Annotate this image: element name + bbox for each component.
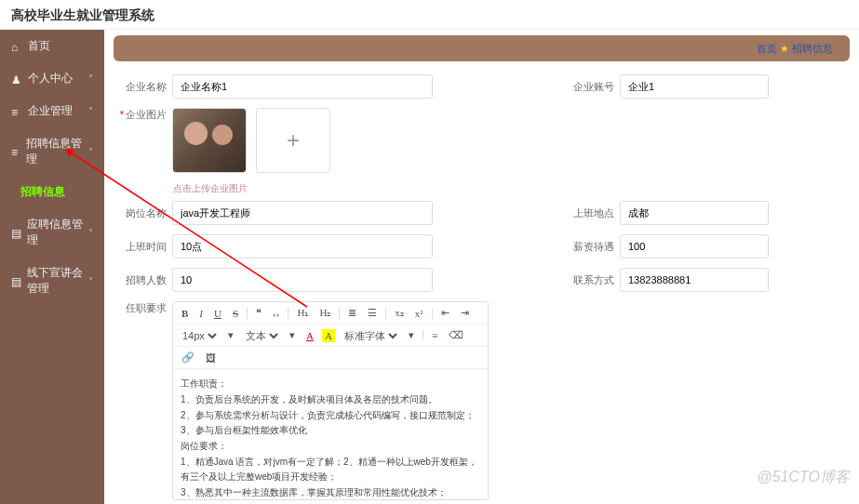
sidebar-item-personal[interactable]: ♟ 个人中心 ˅	[0, 62, 104, 95]
separator	[385, 308, 386, 319]
bold-button[interactable]: B	[179, 307, 191, 320]
chevron-down-icon: ˅	[88, 228, 93, 238]
ol-button[interactable]: ≣	[345, 306, 359, 320]
outdent-button[interactable]: ⇤	[438, 306, 452, 320]
breadcrumb-home[interactable]: 首页	[757, 42, 777, 56]
sidebar-item-label: 企业管理	[28, 103, 73, 119]
salary-label: 薪资待遇	[563, 240, 614, 254]
strike-button[interactable]: S	[230, 307, 241, 320]
sidebar-item-label: 首页	[28, 38, 50, 54]
user-icon: ♟	[11, 73, 22, 85]
clear-button[interactable]: ⌫	[446, 328, 466, 342]
company-name-input[interactable]	[172, 74, 433, 99]
font-color-button[interactable]: A	[303, 329, 316, 342]
h2-button[interactable]: H₂	[316, 306, 333, 320]
image-button[interactable]: 🖼	[203, 351, 219, 365]
add-image-button[interactable]: +	[256, 108, 330, 173]
company-image-label: *企业图片	[115, 108, 167, 122]
code-button[interactable]: ‹›	[270, 307, 282, 320]
sup-button[interactable]: x²	[412, 307, 426, 320]
editor-line: 岗位要求：	[181, 439, 480, 454]
sidebar-item-seminar-mgmt[interactable]: ▤ 线下宣讲会管理 ˅	[0, 257, 104, 305]
chevron-down-icon: ˅	[88, 147, 93, 157]
app-title: 高校毕业生就业管理系统	[11, 7, 154, 22]
editor-toolbar-2: 14px ▾ 文本 ▾ A A 标准字体 ▾ ≡ ⌫	[173, 325, 488, 347]
editor-line: 1、负责后台系统的开发，及时解决项目体及各层的技术问题。	[181, 392, 480, 407]
separator	[288, 308, 289, 319]
company-image-thumb[interactable]	[172, 108, 247, 173]
editor-body[interactable]: 工作职责： 1、负责后台系统的开发，及时解决项目体及各层的技术问题。 2、参与系…	[173, 369, 488, 499]
breadcrumb-current: 招聘信息	[792, 42, 833, 56]
separator	[432, 308, 433, 319]
std-font-select[interactable]: 标准字体	[341, 329, 400, 342]
work-location-label: 上班地点	[563, 206, 614, 220]
image-hint: 点击上传企业图片	[173, 182, 848, 195]
work-location-input[interactable]	[620, 201, 769, 225]
editor-line: 2、参与系统需求分析与设计，负责完成核心代码编写，接口规范制定；3、参与后台框架…	[181, 408, 480, 438]
contact-label: 联系方式	[563, 273, 614, 287]
list-icon: ≡	[11, 146, 20, 157]
editor-line: 工作职责：	[181, 377, 480, 391]
bg-color-button[interactable]: A	[322, 329, 335, 342]
home-icon: ⌂	[11, 41, 22, 52]
chevron-down-icon: ˅	[88, 106, 93, 116]
editor-toolbar-3: 🔗 🖼	[173, 347, 488, 369]
content-area: 首页 ★ 招聘信息 企业名称 企业账号 *企业图片 + 点击上传企业图片	[104, 30, 859, 504]
dropdown-icon[interactable]: ▾	[225, 328, 236, 342]
list-icon: ▤	[11, 275, 21, 286]
position-name-label: 岗位名称	[115, 206, 167, 220]
quote-button[interactable]: ❝	[253, 306, 264, 320]
sidebar-item-label: 应聘信息管理	[27, 217, 83, 248]
rich-editor: B I U S ❝ ‹› H₁ H₂ ≣ ☰ x₂ x²	[172, 301, 489, 500]
separator	[423, 330, 423, 341]
sidebar: ⌂ 首页 ♟ 个人中心 ˅ ≡ 企业管理 ˅ ≡ 招聘信息管理 ˅ 招聘信息 ▤…	[0, 30, 104, 504]
align-button[interactable]: ≡	[429, 329, 440, 342]
separator	[339, 308, 340, 319]
editor-toolbar: B I U S ❝ ‹› H₁ H₂ ≣ ☰ x₂ x²	[173, 302, 488, 325]
dropdown-icon[interactable]: ▾	[406, 328, 417, 342]
font-family-select[interactable]: 文本	[242, 329, 281, 342]
italic-button[interactable]: I	[196, 307, 206, 320]
form: 企业名称 企业账号 *企业图片 + 点击上传企业图片 岗位名称	[104, 67, 859, 500]
sidebar-item-label: 招聘信息	[20, 184, 65, 200]
link-button[interactable]: 🔗	[179, 351, 197, 365]
contact-input[interactable]	[620, 268, 769, 292]
company-account-input[interactable]	[620, 74, 769, 99]
sidebar-item-label: 个人中心	[28, 71, 73, 86]
sidebar-item-recruit-mgmt[interactable]: ≡ 招聘信息管理 ˅	[0, 127, 104, 176]
company-name-label: 企业名称	[115, 80, 167, 94]
work-time-label: 上班时间	[115, 240, 167, 254]
sidebar-item-apply-mgmt[interactable]: ▤ 应聘信息管理 ˅	[0, 208, 104, 257]
indent-button[interactable]: ⇥	[458, 306, 472, 320]
recruit-count-input[interactable]	[172, 268, 433, 292]
sidebar-item-recruit-info[interactable]: 招聘信息	[0, 176, 104, 208]
app-header: 高校毕业生就业管理系统	[0, 0, 859, 30]
chevron-down-icon: ˅	[88, 73, 93, 84]
recruit-count-label: 招聘人数	[115, 273, 167, 287]
separator	[247, 308, 248, 319]
company-account-label: 企业账号	[563, 80, 614, 94]
dropdown-icon[interactable]: ▾	[287, 328, 298, 342]
h1-button[interactable]: H₁	[294, 306, 311, 320]
sidebar-item-label: 招聘信息管理	[26, 136, 83, 167]
editor-line: 3、熟悉其中一种主流数据库，掌握其原理和常用性能优化技术；	[181, 485, 480, 499]
sidebar-item-label: 线下宣讲会管理	[27, 265, 83, 297]
work-time-input[interactable]	[172, 234, 433, 259]
salary-input[interactable]	[620, 234, 769, 259]
chevron-down-icon: ˅	[88, 276, 93, 286]
editor-line: 1、精通Java 语言，对jvm有一定了解；2、精通一种以上web开发框架，有三…	[181, 455, 480, 484]
position-name-input[interactable]	[172, 201, 433, 225]
sidebar-item-home[interactable]: ⌂ 首页	[0, 30, 104, 62]
list-icon: ≡	[11, 106, 22, 117]
font-size-select[interactable]: 14px	[179, 329, 220, 342]
star-icon: ★	[780, 43, 789, 55]
underline-button[interactable]: U	[211, 307, 224, 320]
list-icon: ▤	[11, 227, 21, 238]
sidebar-item-enterprise[interactable]: ≡ 企业管理 ˅	[0, 95, 104, 127]
breadcrumb: 首页 ★ 招聘信息	[114, 35, 850, 61]
ul-button[interactable]: ☰	[365, 306, 380, 320]
sub-button[interactable]: x₂	[392, 306, 407, 320]
requirements-label: 任职要求	[115, 301, 167, 315]
